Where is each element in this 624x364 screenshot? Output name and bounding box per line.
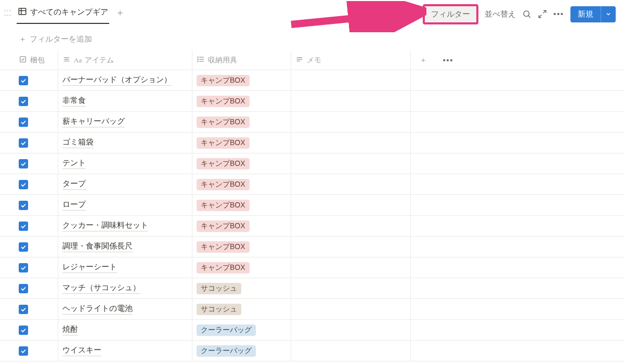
cell-storage[interactable]: キャンプBOX	[192, 133, 291, 153]
table-row[interactable]: ロープ キャンプBOX	[0, 195, 624, 216]
column-header-storage[interactable]: 収納用具	[192, 50, 291, 70]
checkbox-checked[interactable]	[19, 76, 28, 85]
cell-packed[interactable]	[0, 174, 58, 194]
table-row[interactable]: テント キャンプBOX	[0, 153, 624, 174]
cell-packed[interactable]	[0, 237, 58, 257]
cell-item[interactable]: レジャーシート	[58, 257, 192, 278]
cell-storage[interactable]: キャンプBOX	[192, 257, 291, 278]
search-icon[interactable]	[522, 9, 531, 19]
cell-memo[interactable]	[291, 278, 411, 298]
cell-item[interactable]: バーナーパッド（オプション）	[58, 70, 192, 90]
cell-storage[interactable]: キャンプBOX	[192, 153, 291, 174]
cell-packed[interactable]	[0, 91, 58, 111]
cell-storage[interactable]: キャンプBOX	[192, 112, 291, 132]
cell-packed[interactable]	[0, 133, 58, 153]
cell-memo[interactable]	[291, 237, 411, 257]
cell-storage[interactable]: キャンプBOX	[192, 237, 291, 257]
cell-packed[interactable]	[0, 216, 58, 236]
cell-item[interactable]: ロープ	[58, 195, 192, 215]
checkbox-checked[interactable]	[19, 284, 28, 293]
cell-item[interactable]: 焼酎	[58, 320, 192, 340]
cell-packed[interactable]	[0, 320, 58, 340]
cell-item[interactable]: 非常食	[58, 91, 192, 111]
cell-item[interactable]: マッチ（サコッシュ）	[58, 278, 192, 298]
filter-button[interactable]: フィルター	[423, 4, 478, 24]
table-row[interactable]: ゴミ箱袋 キャンプBOX	[0, 133, 624, 153]
new-button[interactable]: 新規	[570, 6, 616, 22]
more-icon[interactable]: •••	[553, 10, 564, 18]
column-more-icon[interactable]: •••	[436, 50, 461, 70]
cell-item[interactable]: ゴミ箱袋	[58, 133, 192, 153]
checkbox-checked[interactable]	[19, 138, 28, 148]
cell-packed[interactable]	[0, 70, 58, 90]
cell-packed[interactable]	[0, 257, 58, 278]
cell-memo[interactable]	[291, 320, 411, 340]
cell-item[interactable]: 調理・食事関係長尺	[58, 237, 192, 257]
expand-icon[interactable]	[538, 9, 547, 19]
cell-item[interactable]: 薪キャリーバッグ	[58, 112, 192, 132]
cell-item[interactable]: タープ	[58, 174, 192, 194]
add-column-button[interactable]: ＋	[411, 50, 436, 70]
cell-packed[interactable]	[0, 153, 58, 174]
cell-storage[interactable]: キャンプBOX	[192, 216, 291, 236]
sort-button[interactable]: 並べ替え	[485, 9, 516, 19]
cell-memo[interactable]	[291, 299, 411, 319]
column-header-packed[interactable]: 梱包	[0, 50, 58, 70]
column-header-memo[interactable]: メモ	[291, 50, 411, 70]
cell-memo[interactable]	[291, 91, 411, 111]
table-row[interactable]: マッチ（サコッシュ） サコッシュ	[0, 278, 624, 299]
cell-item[interactable]: ウイスキー	[58, 341, 192, 361]
cell-storage[interactable]: キャンプBOX	[192, 174, 291, 194]
cell-item[interactable]: クッカー・調味料セット	[58, 216, 192, 236]
checkbox-checked[interactable]	[19, 305, 28, 314]
table-row[interactable]: 焼酎 クーラーバッグ	[0, 320, 624, 341]
checkbox-checked[interactable]	[19, 180, 28, 189]
cell-memo[interactable]	[291, 341, 411, 361]
checkbox-checked[interactable]	[19, 222, 28, 231]
checkbox-checked[interactable]	[19, 201, 28, 210]
cell-storage[interactable]: サコッシュ	[192, 299, 291, 319]
column-header-item[interactable]: Aa アイテム	[58, 50, 192, 70]
checkbox-checked[interactable]	[19, 263, 28, 272]
cell-memo[interactable]	[291, 112, 411, 132]
cell-packed[interactable]	[0, 299, 58, 319]
add-view-button[interactable]: ＋	[115, 6, 125, 22]
table-row[interactable]: クッカー・調味料セット キャンプBOX	[0, 216, 624, 237]
table-row[interactable]: バーナーパッド（オプション） キャンプBOX	[0, 70, 624, 91]
checkbox-checked[interactable]	[19, 159, 28, 168]
add-filter-button[interactable]: ＋ フィルターを追加	[0, 25, 624, 50]
table-row[interactable]: 非常食 キャンプBOX	[0, 91, 624, 112]
checkbox-checked[interactable]	[19, 97, 28, 106]
cell-storage[interactable]: キャンプBOX	[192, 70, 291, 90]
cell-storage[interactable]: クーラーバッグ	[192, 341, 291, 361]
table-row[interactable]: 薪キャリーバッグ キャンプBOX	[0, 112, 624, 133]
checkbox-checked[interactable]	[19, 118, 28, 127]
cell-packed[interactable]	[0, 341, 58, 361]
table-row[interactable]: レジャーシート キャンプBOX	[0, 257, 624, 278]
cell-packed[interactable]	[0, 278, 58, 298]
cell-storage[interactable]: キャンプBOX	[192, 91, 291, 111]
cell-memo[interactable]	[291, 133, 411, 153]
table-row[interactable]: ヘッドライトの電池 サコッシュ	[0, 299, 624, 320]
table-row[interactable]: タープ キャンプBOX	[0, 174, 624, 195]
chevron-down-icon[interactable]	[601, 6, 616, 22]
table-row[interactable]: ウイスキー クーラーバッグ	[0, 341, 624, 361]
cell-storage[interactable]: サコッシュ	[192, 278, 291, 298]
cell-storage[interactable]: クーラーバッグ	[192, 320, 291, 340]
checkbox-checked[interactable]	[19, 346, 28, 356]
cell-packed[interactable]	[0, 195, 58, 215]
checkbox-checked[interactable]	[19, 242, 28, 252]
cell-item[interactable]: ヘッドライトの電池	[58, 299, 192, 319]
cell-memo[interactable]	[291, 174, 411, 194]
cell-packed[interactable]	[0, 112, 58, 132]
cell-memo[interactable]	[291, 70, 411, 90]
table-row[interactable]: 調理・食事関係長尺 キャンプBOX	[0, 237, 624, 257]
tab-all-camp-gear[interactable]: すべてのキャンプギア	[17, 5, 109, 24]
cell-memo[interactable]	[291, 153, 411, 174]
cell-item[interactable]: テント	[58, 153, 192, 174]
cell-memo[interactable]	[291, 257, 411, 278]
cell-storage[interactable]: キャンプBOX	[192, 195, 291, 215]
drag-handle-icon[interactable]	[4, 10, 12, 18]
cell-memo[interactable]	[291, 216, 411, 236]
checkbox-checked[interactable]	[19, 326, 28, 335]
